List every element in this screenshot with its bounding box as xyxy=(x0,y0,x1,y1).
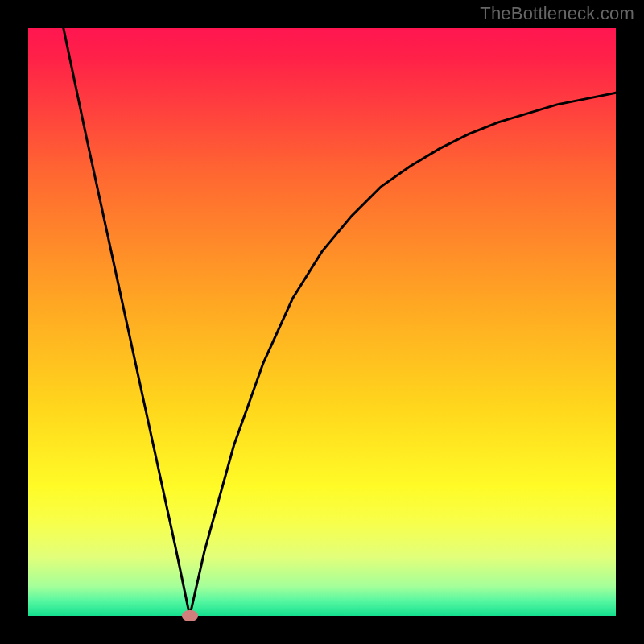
svg-rect-0 xyxy=(28,28,616,616)
chart-frame: TheBottleneck.com xyxy=(0,0,644,644)
watermark-label: TheBottleneck.com xyxy=(480,3,634,24)
plot-area xyxy=(28,28,616,616)
minimum-marker xyxy=(182,610,198,621)
gradient-background xyxy=(28,28,616,616)
